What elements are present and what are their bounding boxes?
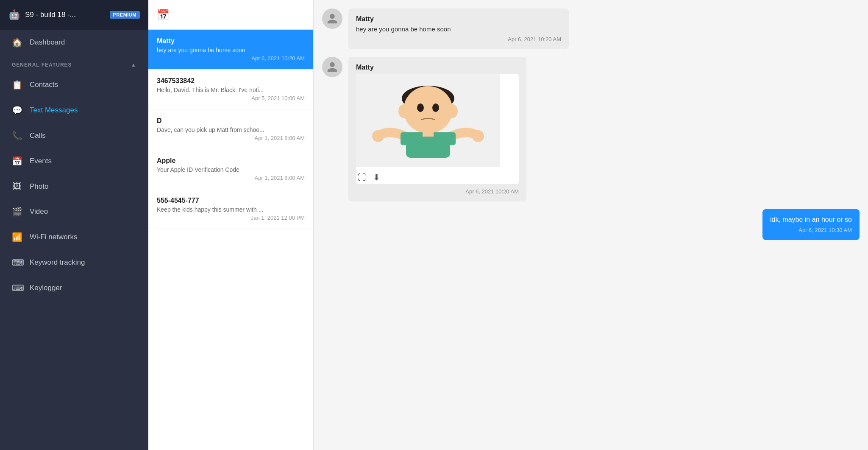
sidebar-item-label-events: Events: [30, 157, 52, 165]
message-sender-2: Matty: [356, 64, 519, 71]
svg-point-6: [432, 103, 439, 112]
android-icon: 🤖: [8, 9, 20, 20]
sidebar-item-label-contacts: Contacts: [30, 81, 58, 89]
expand-button[interactable]: ⛶: [358, 172, 366, 182]
photo-icon: 🖼: [12, 182, 22, 191]
msg-list-header: 📅: [148, 0, 313, 30]
sidebar-item-keyword[interactable]: ⌨ Keyword tracking: [0, 250, 148, 275]
conversation-preview: hey are you gonna be home soon: [157, 47, 305, 53]
message-bubble-outgoing: idk, maybe in an hour or so Apr 6, 2021 …: [762, 209, 860, 240]
svg-rect-8: [423, 130, 434, 137]
sidebar-section-general: GENERAL FEATURES ▲: [0, 55, 148, 72]
conversation-name: Matty: [157, 37, 305, 45]
conversation-panel: Matty hey are you gonna be home soon Apr…: [314, 0, 868, 450]
message-list-scroll: Matty hey are you gonna be home soon Apr…: [148, 30, 313, 450]
message-row-3: idk, maybe in an hour or so Apr 6, 2021 …: [322, 209, 860, 240]
sidebar-item-wifi[interactable]: 📶 Wi-Fi networks: [0, 224, 148, 250]
sidebar-item-contacts[interactable]: 📋 Contacts: [0, 72, 148, 98]
sidebar: 🤖 S9 - build 18 -... PREMIUM 🏠 Dashboard…: [0, 0, 148, 450]
conversation-time: Apr 5, 2021 10:00 AM: [157, 95, 305, 101]
message-time-1: Apr 6, 2021 10:20 AM: [356, 36, 561, 42]
conversation-item-matty[interactable]: Matty hey are you gonna be home soon Apr…: [148, 30, 313, 70]
sidebar-item-text-messages[interactable]: 💬 Text Messages: [0, 98, 148, 123]
download-button[interactable]: ⬇: [373, 172, 380, 182]
keylogger-icon: ⌨: [12, 283, 22, 293]
conversation-name: 555-4545-777: [157, 197, 305, 204]
svg-point-9: [372, 130, 384, 142]
svg-rect-12: [444, 132, 456, 145]
svg-point-4: [448, 104, 458, 118]
message-row-2: Matty: [322, 57, 860, 201]
avatar-1: [322, 8, 342, 29]
message-text-1: hey are you gonna be home soon: [356, 25, 561, 33]
keyboard-icon: ⌨: [12, 257, 22, 268]
message-time-2: Apr 6, 2021 10:20 AM: [356, 188, 519, 195]
shrug-emoji-image: [356, 74, 500, 167]
svg-rect-11: [401, 132, 412, 145]
svg-point-5: [417, 103, 424, 112]
device-name: S9 - build 18 -...: [25, 11, 105, 19]
person-icon: [326, 13, 338, 25]
sidebar-item-label-calls: Calls: [30, 131, 46, 140]
calendar-icon[interactable]: 📅: [157, 9, 170, 21]
video-icon: 🎬: [12, 207, 22, 217]
svg-point-2: [403, 86, 453, 134]
sidebar-item-events[interactable]: 📅 Events: [0, 148, 148, 174]
sidebar-item-keylogger[interactable]: ⌨ Keylogger: [0, 275, 148, 301]
message-bubble-1: Matty hey are you gonna be home soon Apr…: [348, 8, 569, 49]
conversation-preview: Dave, can you pick up Matt from schoo...: [157, 126, 305, 133]
sidebar-item-calls[interactable]: 📞 Calls: [0, 123, 148, 148]
premium-badge: PREMIUM: [110, 11, 140, 19]
home-icon: 🏠: [12, 37, 22, 48]
conversation-preview: Hello, David. This is Mr. Black. I've no…: [157, 87, 305, 93]
message-list-panel: 📅 Matty hey are you gonna be home soon A…: [148, 0, 314, 450]
message-sender-1: Matty: [356, 15, 561, 23]
calls-icon: 📞: [12, 131, 22, 141]
conversation-time: Apr 1, 2021 8:00 AM: [157, 175, 305, 181]
sidebar-item-label-keyword: Keyword tracking: [30, 258, 85, 267]
conversation-preview: Your Apple ID Verification Code: [157, 166, 305, 173]
conversation-name: Apple: [157, 157, 305, 165]
sidebar-header: 🤖 S9 - build 18 -... PREMIUM: [0, 0, 148, 30]
conversation-item-D[interactable]: D Dave, can you pick up Matt from schoo.…: [148, 109, 313, 149]
svg-point-3: [398, 104, 409, 118]
person-icon-2: [326, 61, 338, 73]
avatar-2: [322, 57, 342, 77]
sidebar-item-label-text-messages: Text Messages: [30, 106, 78, 115]
svg-point-10: [472, 130, 484, 142]
sidebar-section-label: GENERAL FEATURES: [12, 62, 72, 68]
message-time-outgoing: Apr 6, 2021 10:30 AM: [770, 227, 852, 233]
sidebar-item-dashboard[interactable]: 🏠 Dashboard: [0, 30, 148, 55]
sidebar-item-label-wifi: Wi-Fi networks: [30, 233, 77, 241]
message-bubble-2: Matty: [348, 57, 526, 201]
conversation-name: D: [157, 117, 305, 125]
wifi-icon: 📶: [12, 232, 22, 242]
conversation-item-3467533842[interactable]: 3467533842 Hello, David. This is Mr. Bla…: [148, 70, 313, 109]
sidebar-item-video[interactable]: 🎬 Video: [0, 199, 148, 224]
conversation-item-555[interactable]: 555-4545-777 Keep the kids happy this su…: [148, 189, 313, 229]
text-messages-icon: 💬: [12, 105, 22, 115]
chevron-up-icon: ▲: [131, 62, 136, 68]
sidebar-item-label-dashboard: Dashboard: [30, 38, 65, 47]
conversation-preview: Keep the kids happy this summer with ...: [157, 206, 305, 213]
conversation-time: Jan 1, 2021 12:00 PM: [157, 215, 305, 221]
message-image-container: ⛶ ⬇: [356, 74, 519, 184]
sidebar-item-photo[interactable]: 🖼 Photo: [0, 174, 148, 199]
sidebar-item-label-photo: Photo: [30, 182, 48, 191]
message-row-1: Matty hey are you gonna be home soon Apr…: [322, 8, 860, 49]
image-actions: ⛶ ⬇: [356, 169, 519, 184]
conversation-time: Apr 1, 2021 8:00 AM: [157, 135, 305, 141]
conversation-name: 3467533842: [157, 77, 305, 85]
events-icon: 📅: [12, 156, 22, 166]
message-text-outgoing: idk, maybe in an hour or so: [770, 216, 852, 224]
sidebar-item-label-video: Video: [30, 207, 48, 216]
sidebar-item-label-keylogger: Keylogger: [30, 284, 62, 292]
contacts-icon: 📋: [12, 80, 22, 90]
conversation-time: Apr 6, 2021 10:20 AM: [157, 55, 305, 61]
conversation-item-apple[interactable]: Apple Your Apple ID Verification Code Ap…: [148, 149, 313, 189]
